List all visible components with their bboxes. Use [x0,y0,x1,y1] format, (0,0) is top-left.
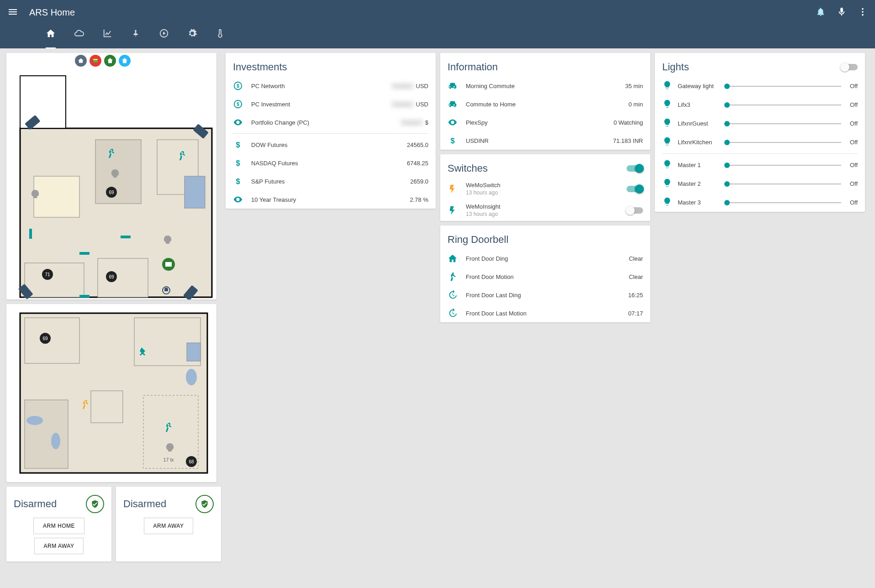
brightness-slider[interactable] [724,86,841,87]
list-row[interactable]: WeMoSwitch13 hours ago [440,178,650,200]
tab-cloud[interactable] [74,25,84,48]
arm-home-button[interactable]: ARM HOME [33,518,84,534]
bulb-icon [662,80,672,92]
floorplan-action-3[interactable] [104,55,116,67]
bulb-icon [662,136,672,148]
list-row[interactable]: Front Door Ding Clear [440,249,650,268]
brightness-slider[interactable] [724,105,841,105]
list-row[interactable]: PlexSpy 0 Watching [440,113,650,131]
tab-settings[interactable] [187,25,197,48]
row-value: 0 Watching [613,119,643,126]
svg-rect-28 [29,229,32,239]
list-row[interactable]: 10 Year Treasury 2.78 % [226,190,436,209]
switches-master-toggle[interactable] [627,165,643,172]
dollar-circle-icon: $ [233,99,251,109]
tab-home[interactable] [46,25,56,48]
light-row[interactable]: LifxnrKitchen Off [655,133,865,152]
lights-card: Lights Gateway light Off Lifx3 Off Lifxn… [655,53,865,212]
shield-check-icon [86,495,104,513]
switches-card: Switches WeMoSwitch13 hours ago WeMoInsi… [440,154,650,221]
tab-chart[interactable] [102,25,112,48]
history-icon [448,290,466,300]
list-row[interactable]: Front Door Motion Clear [440,268,650,286]
svg-rect-34 [187,343,200,361]
arm-away-button-2[interactable]: ARM AWAY [144,518,194,534]
list-row[interactable]: Portfolio Change (PC) hidden $ [226,113,436,131]
light-row[interactable]: LifxnrGuest Off [655,114,865,133]
floorplan-2[interactable]: 69 17 lx 68 [6,304,216,482]
bulb-icon [662,159,672,171]
list-row[interactable]: $ NASDAQ Futures 6748.25 [226,154,436,172]
light-row[interactable]: Master 3 Off [655,193,865,212]
lights-master-toggle[interactable] [841,64,858,70]
arm-away-button[interactable]: ARM AWAY [34,538,84,554]
svg-rect-32 [25,318,79,363]
list-row[interactable]: $ S&P Futures 2659.0 [226,172,436,190]
light-state: Off [847,120,858,127]
walk-icon [448,272,466,282]
light-row[interactable]: Master 2 Off [655,174,865,193]
brightness-slider[interactable] [724,123,841,124]
svg-rect-7 [20,76,66,128]
svg-point-43 [26,416,43,425]
list-row[interactable]: Commute to Home 0 min [440,95,650,113]
light-name: LifxnrKitchen [678,139,719,146]
menu-icon[interactable] [7,6,18,19]
list-row[interactable]: Front Door Last Motion 07:17 [440,304,650,322]
floorplan-action-4[interactable] [119,55,131,67]
row-label: Front Door Ding [466,255,629,262]
more-icon[interactable] [858,7,868,18]
dollar-icon: $ [233,140,251,150]
information-title: Information [448,61,498,73]
light-state: Off [847,180,858,187]
bulb-icon [662,99,672,110]
tab-thermometer[interactable] [216,25,226,48]
flash-icon [448,184,466,194]
light-state: Off [847,83,858,89]
list-row[interactable]: $ PC Investment hidden USD [226,95,436,113]
brightness-slider[interactable] [724,142,841,143]
tab-pin[interactable] [131,25,141,48]
light-row[interactable]: Gateway light Off [655,77,865,95]
light-name: LifxnrGuest [678,120,719,127]
brightness-slider[interactable] [724,165,841,166]
light-row[interactable]: Lifx3 Off [655,95,865,114]
list-row[interactable]: $ PC Networth hidden USD [226,77,436,95]
floorplan-action-2[interactable] [90,55,101,67]
dollar-icon: $ [233,158,251,168]
list-row[interactable]: $ DOW Futures 24565.0 [226,136,436,154]
light-row[interactable]: Master 1 Off [655,156,865,174]
dollar-circle-icon: $ [233,81,251,91]
voice-icon[interactable] [837,7,847,18]
row-value: hidden $ [400,119,428,126]
row-label: Front Door Last Motion [466,310,628,317]
notifications-icon[interactable] [816,7,826,18]
svg-text:71: 71 [45,272,50,277]
list-row[interactable]: $ USDINR 71.183 INR [440,131,650,150]
svg-point-2 [862,14,864,16]
switch-toggle[interactable] [627,186,643,192]
doorbell-title: Ring Doorbell [448,234,508,246]
light-name: Gateway light [678,83,719,89]
brightness-slider[interactable] [724,202,841,203]
shield-check-icon [195,495,214,513]
svg-rect-13 [98,258,148,297]
dollar-icon: $ [233,176,251,186]
svg-text:$: $ [450,136,454,145]
switch-toggle[interactable] [627,207,643,214]
list-row[interactable]: Front Door Last Ding 16:25 [440,286,650,304]
floorplan-action-1[interactable] [75,55,87,67]
floorplan-1[interactable]: 69 71 69 [6,53,216,299]
flash-icon [448,205,466,215]
row-value: 2659.0 [410,178,428,185]
lights-title: Lights [662,61,689,73]
alarm-card-1: Disarmed ARM HOME ARM AWAY [6,487,111,562]
row-label: WeMoSwitch13 hours ago [466,182,627,196]
list-row[interactable]: WeMoInsight13 hours ago [440,200,650,221]
row-value: 07:17 [628,310,643,317]
tab-play[interactable] [159,25,169,48]
svg-rect-26 [79,295,90,298]
switches-title: Switches [448,163,488,174]
brightness-slider[interactable] [724,184,841,184]
list-row[interactable]: Morning Commute 35 min [440,77,650,95]
